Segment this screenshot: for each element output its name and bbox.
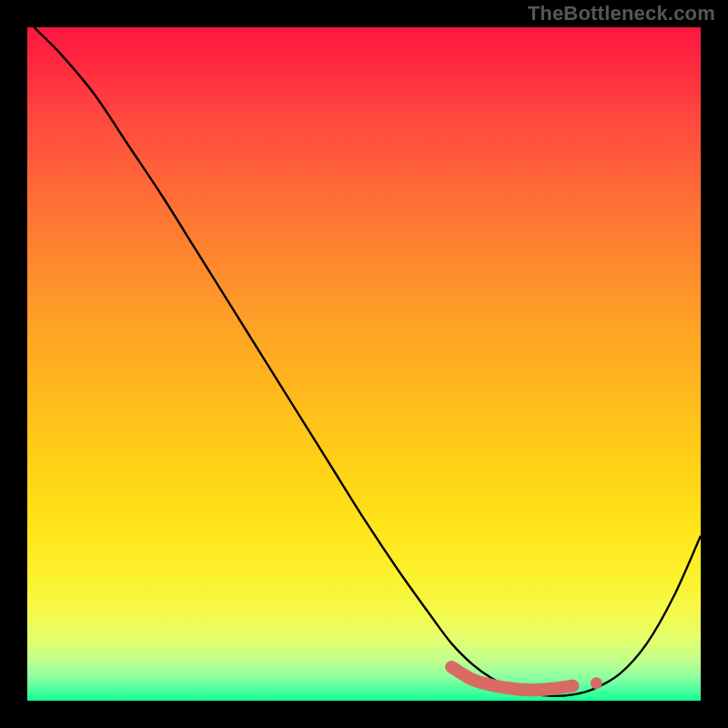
chart-frame: TheBottleneck.com <box>0 0 728 728</box>
svg-point-0 <box>591 677 602 689</box>
watermark-text: TheBottleneck.com <box>528 2 715 25</box>
plot-area <box>27 27 701 701</box>
accent-band <box>27 27 701 701</box>
